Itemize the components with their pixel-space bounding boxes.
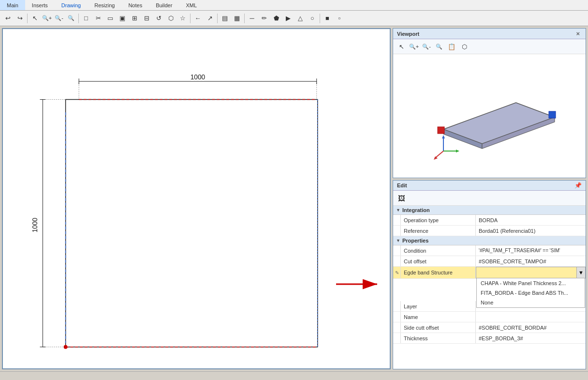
rect-button[interactable]: □: [80, 13, 92, 24]
integration-section-header[interactable]: ▼ Integration: [393, 206, 586, 215]
right-panel: Viewport × ↖ 🔍+ 🔍- 🔍 📋 ⬡: [393, 28, 586, 369]
main-content: 1000 1000 Viewport × ↖ 🔍+ 🔍- 🔍 📋: [0, 26, 588, 371]
hex-button[interactable]: ⬡: [165, 13, 176, 24]
status-bar: [0, 371, 588, 380]
border2-button[interactable]: ▦: [231, 13, 243, 24]
toolbar-sep-4: [217, 14, 218, 23]
cut-offset-label: Cut offset: [401, 256, 476, 266]
properties-section-header[interactable]: ▼ Properties: [393, 236, 586, 245]
more-button[interactable]: ▫: [334, 13, 345, 24]
thickness-label: Thickness: [401, 333, 476, 343]
menu-main[interactable]: Main: [0, 0, 25, 10]
menu-resizing[interactable]: Resizing: [88, 0, 121, 10]
shape1-button[interactable]: ▭: [104, 13, 116, 24]
edge-band-structure-row[interactable]: ✎ Egde band Structure ▼ CHAPA - White Pa…: [393, 267, 586, 279]
vp-clipboard-button[interactable]: 📋: [446, 41, 457, 52]
viewport-title: Viewport: [397, 31, 419, 37]
vp-3d-button[interactable]: ⬡: [458, 41, 470, 52]
zoom-fit-button[interactable]: 🔍: [65, 13, 77, 24]
vp-select-button[interactable]: ↖: [396, 41, 407, 52]
zoom-in-button[interactable]: 🔍+: [41, 13, 53, 24]
menu-drawing[interactable]: Drawing: [55, 0, 88, 10]
polygon-button[interactable]: ⬟: [270, 13, 282, 24]
menu-bar: Main Inserts Drawing Resizing Notes Buil…: [0, 0, 588, 11]
operation-type-edit-icon: [393, 215, 401, 225]
side-cutt-edit-icon: [393, 322, 401, 333]
name-edit-icon: [393, 312, 401, 322]
shape2-button[interactable]: ▣: [117, 13, 128, 24]
canvas-area[interactable]: 1000 1000: [2, 28, 391, 369]
circle-button[interactable]: ○: [307, 13, 318, 24]
operation-type-value: BORDA: [476, 215, 586, 225]
integration-toggle-icon[interactable]: ▼: [396, 208, 400, 213]
line-button[interactable]: ─: [246, 13, 258, 24]
toolbar-sep-6: [320, 14, 320, 23]
vp-zoom-in-button[interactable]: 🔍+: [408, 41, 420, 52]
drawing-canvas: 1000 1000: [3, 29, 390, 368]
side-cutt-value: #SOBRE_CORTE_BORDA#: [476, 322, 586, 333]
reference-label: Reference: [401, 226, 476, 236]
toolbar-sep-2: [78, 14, 79, 23]
border1-button[interactable]: ▤: [219, 13, 231, 24]
cut-button[interactable]: ✂: [92, 13, 104, 24]
reference-value: Borda01 (Referencia01): [476, 226, 586, 236]
edge-band-dropdown-list: CHAPA - White Panel Thickness 2... FITA_…: [476, 278, 585, 308]
arrow-up-button[interactable]: ↗: [204, 13, 216, 24]
svg-rect-24: [438, 127, 444, 134]
operation-type-label: Operation type: [401, 215, 476, 225]
menu-builder[interactable]: Builder: [149, 0, 179, 10]
arrow-left-button[interactable]: ←: [192, 13, 204, 24]
menu-inserts[interactable]: Inserts: [25, 0, 55, 10]
redo-button[interactable]: ↪: [14, 13, 26, 24]
side-cutt-label: Side cutt offset: [401, 322, 476, 333]
edit-tool-button[interactable]: 🖼: [396, 192, 407, 204]
dropdown-option-none[interactable]: None: [477, 298, 585, 307]
reference-edit-icon: [393, 226, 401, 236]
toolbar-sep-1: [27, 14, 28, 23]
side-cutt-offset-row: Side cutt offset #SOBRE_CORTE_BORDA#: [393, 322, 586, 333]
grid1-button[interactable]: ⊞: [129, 13, 140, 24]
viewport-header: Viewport ×: [393, 29, 586, 39]
grid2-button[interactable]: ⊟: [141, 13, 152, 24]
viewport-toolbar: ↖ 🔍+ 🔍- 🔍 📋 ⬡: [393, 39, 586, 54]
dropdown-option-fita[interactable]: FITA_BORDA - Edge Band ABS Th...: [477, 288, 585, 298]
pin-button[interactable]: 📌: [574, 182, 582, 189]
zoom-out-button[interactable]: 🔍-: [53, 13, 65, 24]
edge-band-dropdown-arrow[interactable]: ▼: [576, 267, 585, 278]
vp-zoom-out-button[interactable]: 🔍-: [421, 41, 432, 52]
edit-header: Edit 📌: [393, 181, 586, 191]
condition-edit-icon: [393, 245, 401, 256]
undo-button[interactable]: ↩: [2, 13, 14, 24]
cut-offset-edit-icon: [393, 256, 401, 266]
rotate-button[interactable]: ↺: [153, 13, 164, 24]
edge-band-label: Egde band Structure: [401, 267, 476, 278]
edge-band-edit-icon[interactable]: ✎: [393, 267, 401, 278]
cut-offset-value: #SOBRE_CORTE_TAMPO#: [476, 256, 586, 266]
vp-zoom-fit-button[interactable]: 🔍: [433, 41, 445, 52]
menu-xml[interactable]: XML: [179, 0, 204, 10]
edit-toolbar: 🖼: [393, 191, 586, 206]
menu-notes[interactable]: Notes: [121, 0, 149, 10]
edit-title: Edit: [397, 182, 407, 188]
name-label: Name: [401, 312, 476, 322]
viewport-panel: Viewport × ↖ 🔍+ 🔍- 🔍 📋 ⬡: [393, 28, 586, 178]
properties-section-label: Properties: [402, 238, 428, 243]
condition-label: Condition: [401, 245, 476, 256]
condition-row: Condition '#PAI_TAM_FT_TRASEIRA#' == 'SI…: [393, 245, 586, 256]
dropdown-option-chapa[interactable]: CHAPA - White Panel Thickness 2...: [477, 278, 585, 288]
svg-rect-23: [549, 111, 556, 118]
svg-text:1000: 1000: [31, 217, 39, 232]
reference-row: Reference Borda01 (Referencia01): [393, 226, 586, 236]
select-button[interactable]: ↖: [29, 13, 41, 24]
play-button[interactable]: ▶: [282, 13, 294, 24]
fill-button[interactable]: ■: [322, 13, 333, 24]
properties-toggle-icon[interactable]: ▼: [396, 238, 400, 243]
operation-type-row: Operation type BORDA: [393, 215, 586, 226]
edit-panel: Edit 📌 🖼 ▼ Integration Operation type BO…: [393, 180, 586, 369]
triangle-button[interactable]: △: [294, 13, 306, 24]
viewport-close-button[interactable]: ×: [574, 30, 582, 37]
star-button[interactable]: ☆: [177, 13, 189, 24]
name-value: [476, 312, 586, 322]
thickness-row: Thickness #ESP_BORDA_3#: [393, 333, 586, 344]
pen-button[interactable]: ✏: [258, 13, 270, 24]
